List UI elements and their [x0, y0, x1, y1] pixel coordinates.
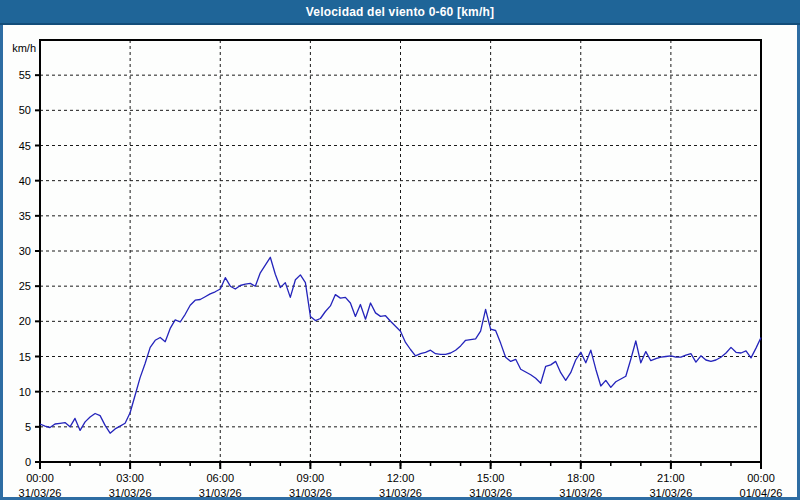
y-axis-unit-label: km/h: [12, 42, 36, 54]
x-tick-time: 18:00: [567, 472, 595, 484]
x-tick-date: 31/03/26: [289, 487, 332, 499]
x-tick-date: 31/03/26: [469, 487, 512, 499]
x-tick-time: 12:00: [387, 472, 415, 484]
x-tick-time: 00:00: [26, 472, 54, 484]
chart-title-bar: Velocidad del viento 0-60 [km/h]: [0, 0, 800, 25]
gridlines: [40, 40, 761, 462]
x-tick-date: 31/03/26: [649, 487, 692, 499]
x-tick-time: 03:00: [116, 472, 144, 484]
x-tick-time: 09:00: [297, 472, 325, 484]
x-tick-time: 00:00: [747, 472, 775, 484]
y-tick-label: 20: [19, 315, 31, 327]
x-tick-time: 21:00: [657, 472, 685, 484]
y-tick-label: 50: [19, 104, 31, 116]
chart-title: Velocidad del viento 0-60 [km/h]: [306, 5, 494, 19]
y-axis: 0510152025303540455055km/h: [12, 42, 40, 468]
x-tick-date: 31/03/26: [559, 487, 602, 499]
wind-speed-chart-window: { "title": "Velocidad del viento 0-60 [k…: [0, 0, 800, 500]
x-tick-date: 31/03/26: [19, 487, 62, 499]
wind-speed-chart: 0510152025303540455055km/h00:0031/03/260…: [0, 25, 800, 500]
y-tick-label: 0: [25, 456, 31, 468]
x-tick-time: 15:00: [477, 472, 505, 484]
y-tick-label: 10: [19, 386, 31, 398]
x-tick-date: 01/04/26: [740, 487, 783, 499]
x-tick-date: 31/03/26: [379, 487, 422, 499]
x-tick-date: 31/03/26: [199, 487, 242, 499]
x-tick-date: 31/03/26: [109, 487, 152, 499]
y-tick-label: 25: [19, 280, 31, 292]
y-tick-label: 15: [19, 351, 31, 363]
y-tick-label: 5: [25, 421, 31, 433]
y-tick-label: 55: [19, 69, 31, 81]
y-tick-label: 40: [19, 175, 31, 187]
y-tick-label: 30: [19, 245, 31, 257]
x-axis: 00:0031/03/2603:0031/03/2606:0031/03/260…: [19, 462, 783, 499]
y-tick-label: 35: [19, 210, 31, 222]
x-tick-time: 06:00: [206, 472, 234, 484]
y-tick-label: 45: [19, 140, 31, 152]
